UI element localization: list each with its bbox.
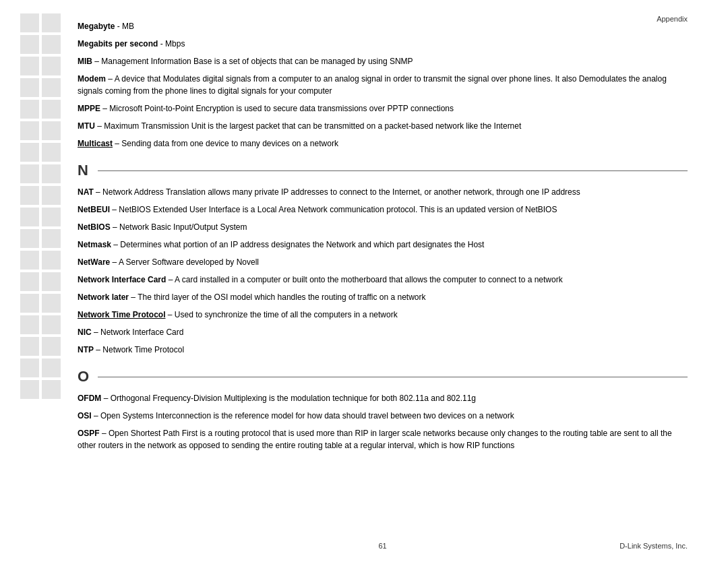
entry-ofdm: OFDM – Orthogonal Frequency-Division Mul… — [78, 392, 688, 404]
entry-ntp: NTP – Network Time Protocol — [78, 344, 688, 356]
term-megabits: Megabits per second — [78, 39, 158, 49]
term-ospf: OSPF — [78, 429, 100, 438]
term-network-later: Network later — [78, 292, 129, 302]
entry-network-later: Network later – The third layer of the O… — [78, 291, 688, 303]
page-container: Appendix Megabyte - MB Megabits per seco… — [0, 0, 728, 562]
term-ntp: NTP — [78, 345, 94, 354]
term-multicast: Multicast — [78, 139, 113, 148]
entry-netware: NetWare – A Server Software developed by… — [78, 256, 688, 268]
entry-modem: Modem – A device that Modulates digital … — [78, 73, 688, 97]
term-netware: NetWare — [78, 257, 110, 267]
term-netbios: NetBIOS — [78, 222, 111, 232]
term-nic: NIC — [78, 327, 92, 337]
entry-network-time-protocol: Network Time Protocol – Used to synchron… — [78, 309, 688, 321]
section-n-header: N — [78, 162, 688, 179]
term-mtu: MTU — [78, 121, 95, 131]
section-n-letter: N — [78, 162, 91, 179]
term-nat: NAT — [78, 187, 94, 197]
footer-company: D-Link Systems, Inc. — [484, 542, 688, 550]
section-o-line — [98, 377, 688, 377]
entry-megabits: Megabits per second - Mbps — [78, 38, 688, 50]
entry-mib: MIB – Management Information Base is a s… — [78, 55, 688, 67]
entry-netmask: Netmask – Determines what portion of an … — [78, 239, 688, 251]
entry-netbeui: NetBEUI – NetBIOS Extended User Interfac… — [78, 204, 688, 216]
term-mib: MIB — [78, 57, 92, 66]
header-appendix: Appendix — [657, 15, 688, 23]
entry-mtu: MTU – Maximum Transmission Unit is the l… — [78, 120, 688, 132]
section-n-line — [98, 170, 688, 171]
sidebar-decoration — [13, 13, 67, 549]
term-network-time-protocol: Network Time Protocol — [78, 310, 165, 319]
term-network-interface-card: Network Interface Card — [78, 275, 166, 284]
entry-multicast: Multicast – Sending data from one device… — [78, 137, 688, 150]
footer-page-number: 61 — [281, 542, 485, 550]
term-osi: OSI — [78, 411, 92, 420]
term-ofdm: OFDM — [78, 394, 101, 403]
entry-ospf: OSPF – Open Shortest Path First is a rou… — [78, 427, 688, 451]
term-modem: Modem — [78, 74, 106, 84]
term-netbeui: NetBEUI — [78, 205, 110, 214]
entry-mppe: MPPE – Microsoft Point-to-Point Encrypti… — [78, 102, 688, 115]
entry-megabyte: Megabyte - MB — [78, 20, 688, 32]
section-o-letter: O — [78, 368, 91, 385]
entry-netbios: NetBIOS – Network Basic Input/Output Sys… — [78, 221, 688, 233]
term-megabyte: Megabyte — [78, 22, 115, 31]
entry-osi: OSI – Open Systems Interconnection is th… — [78, 410, 688, 422]
main-content: Megabyte - MB Megabits per second - Mbps… — [78, 13, 688, 451]
entry-nic: NIC – Network Interface Card — [78, 326, 688, 338]
section-o-header: O — [78, 368, 688, 385]
term-netmask: Netmask — [78, 240, 111, 249]
entry-network-interface-card: Network Interface Card – A card installe… — [78, 274, 688, 286]
footer: 61 D-Link Systems, Inc. — [78, 542, 688, 550]
term-mppe: MPPE — [78, 104, 100, 113]
entry-nat: NAT – Network Address Translation allows… — [78, 186, 688, 198]
